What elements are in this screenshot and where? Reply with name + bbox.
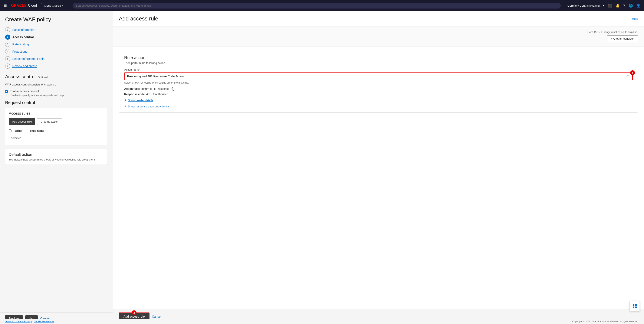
modal-title: Add access rule [119, 15, 158, 22]
step-1[interactable]: 1 Basic information [5, 26, 108, 34]
condition-note: Each CIDR IP range must be on its own li… [119, 31, 638, 34]
help-widget[interactable] [630, 301, 640, 311]
modal-header: Add access rule Help [113, 11, 644, 27]
bottom-bar-left: Terms of Use and Privacy · Cookie Prefer… [5, 320, 54, 323]
access-control-title: Access control [5, 74, 36, 79]
step-5-label[interactable]: Select enforcement point [12, 57, 45, 61]
hamburger-menu-icon[interactable]: ☰ [4, 3, 7, 8]
step-1-circle: 1 [5, 27, 10, 33]
column-rulename-header: Rule name [30, 129, 104, 132]
enable-access-control-label: Enable access control [10, 90, 39, 93]
default-action-title: Default action [9, 152, 104, 157]
access-rules-card: Access rules Add access rule Change acti… [5, 108, 108, 145]
help-dot-2 [635, 304, 637, 306]
nav-right-section: Germany Central (Frankfurt) ▾ ⬛ 🔔 ? 🌐 👤 [568, 4, 640, 8]
terminal-icon[interactable]: ⬛ [608, 4, 612, 8]
cloud-wordmark: Cloud [28, 4, 37, 8]
step-5-circle: 5 [5, 56, 10, 61]
enable-access-control-desc: Enable to specify actions for requests a… [11, 94, 108, 97]
action-type-label: Action type: [124, 87, 140, 90]
action-name-label: Action name [124, 68, 633, 71]
left-content-area: Access control Optional WAF access contr… [0, 74, 113, 312]
section-description: WAF access control consists of creating … [5, 83, 108, 86]
response-code-value: 401 Unauthorized [146, 93, 168, 96]
right-panel-overlay: Add access rule Help Each CIDR IP range … [113, 11, 644, 324]
cloud-classic-button[interactable]: Cloud Classic > [41, 3, 66, 8]
copyright-text: Copyright © 2024, Oracle and/or its affi… [572, 320, 639, 323]
info-icon[interactable]: i [171, 87, 174, 91]
step-4-label[interactable]: Protections [12, 50, 27, 53]
optional-badge: Optional [38, 76, 48, 79]
step-2[interactable]: 2 Access control [5, 34, 108, 41]
bell-icon[interactable]: 🔔 [616, 4, 620, 8]
modal-help-link[interactable]: Help [632, 17, 638, 21]
enable-access-control-row: Enable access control [5, 90, 108, 93]
default-action-desc: You indicate how access rules should of … [9, 158, 104, 161]
cookie-link[interactable]: Cookie Preferences [34, 320, 54, 323]
step-5[interactable]: 5 Select enforcement point [5, 55, 108, 63]
badge-1: 1 [630, 70, 635, 75]
search-bar[interactable] [73, 3, 561, 9]
rule-action-desc: Then perform the following action. [124, 61, 633, 65]
help-icon[interactable]: ? [623, 4, 625, 8]
left-panel: Create WAF policy 1 Basic information 2 … [0, 11, 113, 324]
access-rules-title: Access rules [9, 111, 104, 116]
selected-count: 0 selected [9, 134, 104, 142]
bottom-bar: Terms of Use and Privacy · Cookie Prefer… [0, 319, 644, 324]
cancel-modal-button[interactable]: Cancel [152, 315, 162, 318]
modal-content: Add access rule Help Each CIDR IP range … [113, 11, 644, 324]
show-header-details-link[interactable]: Show header details [124, 99, 633, 102]
request-control-title: Request control [5, 100, 108, 105]
response-code-label: Response code: [124, 93, 146, 96]
help-dot-4 [635, 306, 637, 308]
enable-access-control-checkbox[interactable] [5, 90, 8, 93]
oracle-wordmark: ORACLE [11, 4, 27, 8]
another-condition-button[interactable]: + Another condition [607, 35, 638, 42]
page-title: Create WAF policy [0, 11, 113, 26]
check-text: Check [132, 81, 139, 84]
table-header-row: Order Rule name [9, 127, 104, 134]
rule-action-title: Rule action [124, 55, 633, 60]
rule-action-section: Rule action Then perform the following a… [119, 51, 638, 113]
show-response-body-link[interactable]: Show response page body details [124, 105, 633, 108]
step-3-circle: 3 [5, 42, 10, 47]
add-access-rule-button[interactable]: Add access rule [9, 118, 35, 125]
step-1-label[interactable]: Basic information [12, 28, 35, 32]
chevron-down-icon: ▾ [603, 4, 604, 7]
step-6-label[interactable]: Review and create [12, 64, 37, 68]
region-selector[interactable]: Germany Central (Frankfurt) ▾ [568, 4, 604, 7]
step-6-circle: 6 [5, 64, 10, 69]
chevron-right-icon [124, 99, 126, 101]
step-4[interactable]: 4 Protections [5, 48, 108, 55]
action-name-note: Select Check for testing when setting up… [124, 81, 633, 84]
terms-link[interactable]: Terms of Use and Privacy [5, 320, 32, 323]
user-avatar-icon[interactable]: 👤 [636, 4, 640, 8]
step-2-label: Access control [12, 35, 34, 39]
search-input[interactable] [73, 3, 561, 9]
action-name-select[interactable]: Pre-configured 401 Response Code Action [124, 73, 632, 80]
modal-body: Each CIDR IP range must be on its own li… [113, 27, 644, 309]
action-type-value: Return HTTP response [141, 87, 169, 90]
column-order-header: Order [15, 129, 28, 132]
condition-section: Each CIDR IP range must be on its own li… [113, 27, 644, 47]
select-all-checkbox[interactable] [9, 129, 12, 132]
step-4-circle: 4 [5, 49, 10, 54]
default-action-card: Default action You indicate how access r… [5, 149, 108, 165]
change-action-button[interactable]: Change action [37, 118, 62, 125]
show-response-label: Show response page body details [128, 105, 170, 108]
globe-icon[interactable]: 🌐 [629, 4, 633, 8]
response-code-row: Response code: 401 Unauthorized [124, 93, 633, 96]
step-3[interactable]: 3 Rate limiting [5, 41, 108, 48]
region-label: Germany Central (Frankfurt) [568, 4, 602, 7]
oracle-logo: ORACLE Cloud [11, 4, 37, 8]
top-navigation: ☰ ORACLE Cloud Cloud Classic > Germany C… [0, 0, 644, 11]
nav-icons-group: ⬛ 🔔 ? 🌐 👤 [608, 4, 640, 8]
step-3-label[interactable]: Rate limiting [12, 43, 29, 46]
help-widget-grid [633, 304, 637, 308]
access-rules-actions: Add access rule Change action [9, 118, 104, 125]
step-6[interactable]: 6 Review and create [5, 63, 108, 70]
badge-2: 2 [132, 310, 136, 315]
help-dot-1 [633, 304, 634, 306]
action-type-row: Action type: Return HTTP response i [124, 87, 633, 91]
help-dot-3 [633, 306, 634, 308]
